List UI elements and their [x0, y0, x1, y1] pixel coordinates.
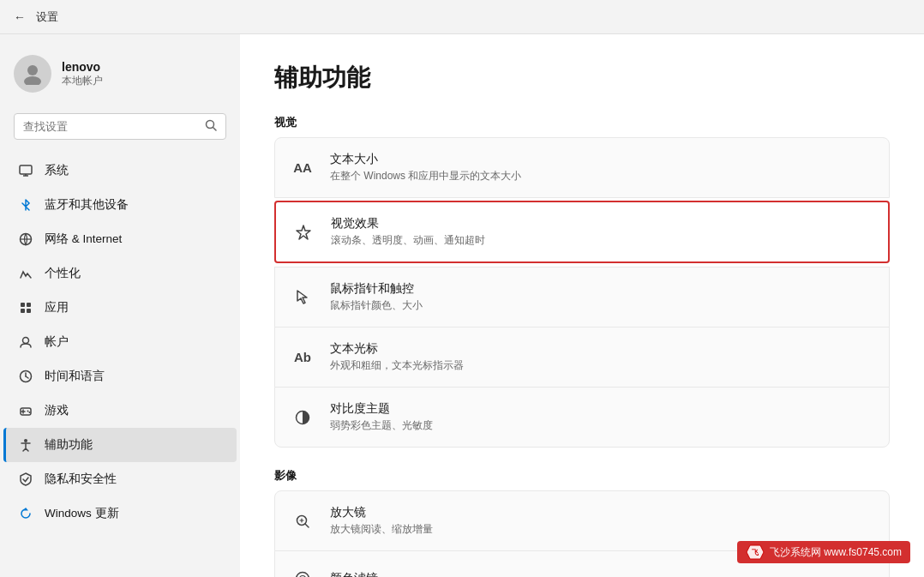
- sidebar-item-gaming[interactable]: 游戏: [3, 394, 237, 428]
- page-title: 辅助功能: [274, 62, 890, 94]
- visual-effects-icon: [290, 219, 317, 246]
- apps-icon: [17, 299, 34, 316]
- user-name: lenovo: [62, 60, 103, 74]
- svg-point-1: [24, 76, 41, 85]
- svg-rect-4: [20, 165, 32, 174]
- contrast-themes-label: 对比度主题: [330, 401, 433, 417]
- text-cursor-label: 文本光标: [330, 341, 464, 357]
- content-area: 辅助功能 视觉AA文本大小在整个 Windows 和应用中显示的文本大小视觉效果…: [240, 34, 924, 577]
- sidebar-item-label-gaming: 游戏: [45, 403, 69, 418]
- magnifier-icon: [289, 508, 316, 535]
- settings-item-text-size[interactable]: AA文本大小在整个 Windows 和应用中显示的文本大小: [274, 137, 890, 198]
- sidebar-item-label-privacy: 隐私和安全性: [45, 472, 117, 487]
- personalization-icon: [17, 265, 34, 282]
- system-icon: [17, 162, 34, 179]
- svg-rect-10: [27, 303, 31, 307]
- section-title-vision: 视觉: [274, 115, 890, 130]
- magnifier-text: 放大镜放大镜阅读、缩放增量: [330, 505, 433, 537]
- visual-effects-desc: 滚动条、透明度、动画、通知超时: [331, 233, 485, 248]
- sidebar-item-apps[interactable]: 应用: [3, 291, 237, 325]
- svg-line-3: [213, 128, 217, 131]
- gaming-icon: [17, 402, 34, 419]
- settings-item-text-cursor[interactable]: Ab文本光标外观和粗细，文本光标指示器: [274, 327, 890, 388]
- search-input[interactable]: [23, 120, 198, 133]
- text-cursor-icon: Ab: [289, 344, 316, 371]
- sidebar-item-time[interactable]: 时间和语言: [3, 359, 237, 394]
- accessibility-icon: [17, 436, 34, 454]
- sidebar-item-privacy[interactable]: 隐私和安全性: [3, 462, 237, 496]
- avatar: [14, 55, 51, 93]
- watermark: 飞 飞沙系统网 www.fs0745.com: [737, 541, 910, 563]
- user-info: lenovo 本地帐户: [62, 60, 103, 88]
- magnifier-desc: 放大镜阅读、缩放增量: [330, 522, 433, 537]
- magnifier-label: 放大镜: [330, 505, 433, 520]
- text-cursor-desc: 外观和粗细，文本光标指示器: [330, 358, 464, 373]
- svg-text:飞: 飞: [752, 549, 759, 556]
- main-layout: lenovo 本地帐户 系统蓝牙和其他设备网络 & Internet个性化应用帐…: [0, 34, 924, 577]
- color-filter-icon: [289, 565, 316, 577]
- network-icon: [17, 231, 34, 248]
- color-filter-text: 颜色滤镜: [330, 571, 378, 577]
- settings-item-visual-effects[interactable]: 视觉效果滚动条、透明度、动画、通知超时: [274, 201, 890, 263]
- sidebar-item-label-system: 系统: [45, 163, 69, 178]
- text-size-desc: 在整个 Windows 和应用中显示的文本大小: [330, 169, 521, 183]
- back-button[interactable]: ←: [14, 10, 26, 24]
- mouse-pointer-text: 鼠标指针和触控鼠标指针颜色、大小: [330, 281, 423, 313]
- svg-rect-9: [21, 303, 25, 307]
- user-profile[interactable]: lenovo 本地帐户: [0, 48, 240, 106]
- svg-rect-12: [27, 309, 31, 313]
- sidebar-item-accounts[interactable]: 帐户: [3, 325, 237, 359]
- privacy-icon: [17, 471, 34, 488]
- sidebar-item-network[interactable]: 网络 & Internet: [3, 222, 237, 256]
- user-account-type: 本地帐户: [62, 74, 103, 88]
- sidebar-item-system[interactable]: 系统: [3, 153, 237, 188]
- sidebar-item-label-apps: 应用: [45, 300, 69, 316]
- contrast-themes-desc: 弱势彩色主题、光敏度: [330, 418, 433, 433]
- visual-effects-text: 视觉效果滚动条、透明度、动画、通知超时: [331, 216, 485, 248]
- section-title-imaging: 影像: [274, 468, 890, 484]
- nav-list: 系统蓝牙和其他设备网络 & Internet个性化应用帐户时间和语言游戏辅助功能…: [0, 153, 240, 531]
- search-box[interactable]: [14, 113, 226, 140]
- svg-line-26: [305, 524, 309, 527]
- mouse-pointer-icon: [289, 284, 316, 311]
- accounts-icon: [17, 334, 34, 351]
- contrast-themes-icon: [289, 404, 316, 431]
- text-size-label: 文本大小: [330, 152, 521, 167]
- text-size-text: 文本大小在整个 Windows 和应用中显示的文本大小: [330, 152, 521, 183]
- title-bar: ← 设置: [0, 0, 924, 34]
- svg-point-13: [23, 338, 29, 344]
- svg-point-0: [27, 65, 38, 75]
- svg-point-20: [27, 411, 29, 412]
- sidebar-item-label-accounts: 帐户: [45, 334, 69, 350]
- settings-item-mouse-pointer[interactable]: 鼠标指针和触控鼠标指针颜色、大小: [274, 267, 890, 328]
- sidebar: lenovo 本地帐户 系统蓝牙和其他设备网络 & Internet个性化应用帐…: [0, 34, 240, 577]
- sidebar-item-label-network: 网络 & Internet: [45, 231, 122, 247]
- sidebar-item-label-time: 时间和语言: [45, 369, 105, 384]
- settings-list-imaging: 放大镜放大镜阅读、缩放增量颜色滤镜: [274, 490, 890, 577]
- text-cursor-text: 文本光标外观和粗细，文本光标指示器: [330, 341, 464, 373]
- settings-list-vision: AA文本大小在整个 Windows 和应用中显示的文本大小视觉效果滚动条、透明度…: [274, 137, 890, 448]
- svg-point-21: [29, 412, 31, 413]
- time-icon: [17, 368, 34, 385]
- sidebar-item-bluetooth[interactable]: 蓝牙和其他设备: [3, 188, 237, 222]
- sidebar-item-accessibility[interactable]: 辅助功能: [3, 428, 237, 462]
- mouse-pointer-label: 鼠标指针和触控: [330, 281, 423, 297]
- sidebar-item-windows-update[interactable]: Windows 更新: [3, 496, 237, 531]
- search-icon: [205, 119, 217, 134]
- visual-effects-label: 视觉效果: [331, 216, 485, 231]
- watermark-text: 飞沙系统网 www.fs0745.com: [770, 545, 902, 560]
- text-size-icon: AA: [289, 154, 316, 182]
- svg-rect-11: [21, 309, 25, 313]
- bluetooth-icon: [17, 196, 34, 213]
- color-filter-label: 颜色滤镜: [330, 571, 378, 577]
- svg-line-16: [26, 376, 28, 378]
- sidebar-item-label-personalization: 个性化: [45, 266, 81, 281]
- sidebar-item-label-windows-update: Windows 更新: [45, 506, 119, 521]
- settings-item-contrast-themes[interactable]: 对比度主题弱势彩色主题、光敏度: [274, 387, 890, 448]
- windows-update-icon: [17, 505, 34, 522]
- contrast-themes-text: 对比度主题弱势彩色主题、光敏度: [330, 401, 433, 433]
- title-bar-title: 设置: [36, 9, 58, 25]
- svg-point-22: [24, 439, 27, 442]
- sections-container: 视觉AA文本大小在整个 Windows 和应用中显示的文本大小视觉效果滚动条、透…: [274, 115, 890, 577]
- sidebar-item-personalization[interactable]: 个性化: [3, 256, 237, 291]
